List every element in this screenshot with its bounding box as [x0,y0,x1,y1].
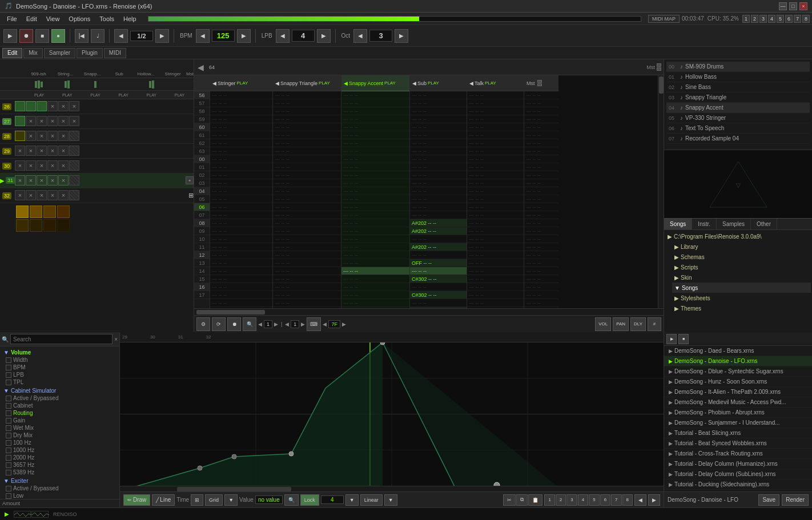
instr-item-05[interactable]: 05 ♪ VP-330 Stringer [666,113,810,123]
pe-cell-62[interactable]: --- -- -- [524,203,558,211]
pe-cell-04[interactable]: --- -- -- [467,251,524,259]
pe-cell-60[interactable]: --- -- -- [210,187,272,195]
pe-cell-00[interactable]: --- -- -- [467,219,524,227]
step-6[interactable]: 6 [600,494,610,506]
grid-btn[interactable]: Grid [205,494,223,506]
lpb-value[interactable]: 4 [292,30,315,42]
nav-paste[interactable]: 📋 [528,494,542,506]
loop-button[interactable]: ● [51,29,65,43]
prev-pat-btn[interactable]: ◀ [634,494,646,506]
pat-cell[interactable] [15,116,25,126]
oct-dec[interactable]: ◀ [353,29,367,43]
oct-value[interactable]: 3 [369,30,392,42]
pe-cell-08[interactable]: --- -- -- [341,283,409,291]
pe-cell-00[interactable]: --- -- -- [524,219,558,227]
pe-cell-09[interactable]: C#302 -- -- [410,291,467,299]
pat-cell[interactable] [69,101,79,111]
pe-cell-57[interactable]: --- -- -- [410,99,467,107]
pe-cell-61[interactable]: --- -- -- [524,195,558,203]
pe-cell-63[interactable]: --- -- -- [467,147,524,155]
pe-search-btn[interactable]: 🔍 [243,317,256,331]
pe-pan-btn[interactable]: PAN [613,317,629,331]
pat-cell[interactable] [69,190,79,200]
pat-cell[interactable] [15,131,25,141]
value-display[interactable]: no value [255,495,283,504]
prev-pattern[interactable]: ◀ [114,29,128,43]
pe-cell-60[interactable]: --- -- -- [467,187,524,195]
pat-cell[interactable] [26,190,36,200]
pe-cell-02[interactable]: --- -- -- [410,235,467,243]
instr-item-06[interactable]: 06 ♪ Text To Speech [666,123,810,134]
instr-item-03[interactable]: 03 ♪ Snappy Triangle [666,92,810,103]
pe-cell-63[interactable]: --- -- -- [273,147,341,155]
pe-cell-61[interactable]: --- -- -- [467,131,524,139]
pe-loop-btn[interactable]: ⟳ [212,317,226,331]
pe-cell-08[interactable]: --- -- -- [467,283,524,291]
pat-cell[interactable] [15,146,25,156]
step-7[interactable]: 7 [611,494,621,506]
pe-cell-60[interactable]: --- -- -- [410,123,467,131]
checkbox-bpm[interactable] [6,365,11,370]
pat-cell[interactable] [26,160,36,171]
pe-scrollbar-h[interactable] [194,308,664,315]
checkbox-width[interactable] [6,357,11,363]
checkbox-cabinet[interactable] [6,403,11,409]
param-section-exciter[interactable]: ▼ Exciter [1,476,118,485]
instr-item-02[interactable]: 02 ♪ Sine Bass [666,82,810,92]
tab-sampler[interactable]: Sampler [44,48,75,58]
pe-cell-02[interactable]: --- -- -- [210,235,272,243]
pe-cell-01[interactable]: --- -- -- [341,227,409,235]
pe-cell-60[interactable]: --- -- -- [410,187,467,195]
instr-item-07[interactable]: 07 ♪ Recorded Sample 04 [666,134,810,144]
param-1000hz[interactable]: 1000 Hz [1,446,118,454]
pe-cell-57[interactable]: --- -- -- [273,163,341,171]
pat-cell[interactable] [15,160,25,171]
menu-file[interactable]: File [2,14,22,23]
song-stop-btn[interactable]: ■ [678,334,689,344]
step-8[interactable]: 8 [622,494,633,506]
pe-cell-05[interactable]: --- -- -- [341,259,409,267]
param-routing[interactable]: Routing [1,409,118,417]
track-config-icon[interactable]: ⊞ [188,192,194,199]
pe-cell-56[interactable]: --- -- -- [210,91,272,99]
pe-cell-08[interactable]: --- -- -- [524,283,558,291]
param-2000hz[interactable]: 2000 Hz [1,454,118,461]
bpm-inc[interactable]: ▶ [237,29,251,43]
param-5389hz[interactable]: 5389 Hz [1,469,118,476]
play-button[interactable]: ▶ [3,29,17,43]
pat-cell[interactable] [69,146,79,156]
track-num-6[interactable]: 6 [785,15,793,23]
pe-cell-62[interactable]: --- -- -- [210,139,272,147]
pe-cell-62[interactable]: --- -- -- [467,203,524,211]
midi-map-button[interactable]: MIDI MAP [648,15,680,23]
pe-cell-01[interactable]: --- -- -- [467,227,524,235]
pe-cell-07[interactable]: --- -- -- [467,275,524,283]
pe-cell-58[interactable]: --- -- -- [341,171,409,179]
track-num-8[interactable]: 8 [802,15,810,23]
song-item-5[interactable]: ▶ DemoSong - Medievil Music - Access Pwd… [664,397,812,408]
pat-cell[interactable] [47,146,58,156]
stop-button[interactable]: ■ [35,29,49,43]
pe-cell-63[interactable]: --- -- -- [341,147,409,155]
pe-cell-57[interactable]: --- -- -- [524,163,558,171]
pe-cell-09[interactable]: --- -- -- [210,291,272,299]
value-search[interactable]: 🔍 [284,494,299,506]
pe-cell-10[interactable]: --- -- -- [524,299,558,307]
checkbox-lpb[interactable] [6,372,11,378]
pat-cell[interactable] [37,146,47,156]
pat-cell[interactable] [58,101,69,111]
song-item-0[interactable]: ▶ DemoSong - Daed - Bears.xrns [664,346,812,356]
pe-cell-60[interactable]: --- -- -- [273,187,341,195]
save-btn[interactable]: Save [758,494,779,506]
pe-cell-07[interactable]: --- -- -- [524,275,558,283]
pe-cell-58[interactable]: --- -- -- [410,171,467,179]
pe-cell-57[interactable]: --- -- -- [524,99,558,107]
pe-cell-05[interactable]: --- -- -- [210,259,272,267]
file-folder-stylesheets[interactable]: ▶ Stylesheets [672,293,811,303]
search-input[interactable] [10,334,112,344]
pat-cell[interactable] [47,116,58,126]
pe-cell-58[interactable]: --- -- -- [524,171,558,179]
pe-cell-06[interactable]: --- -- -- [273,267,341,275]
pe-cell-01[interactable]: --- -- -- [273,227,341,235]
pe-cell-63[interactable]: --- -- -- [467,211,524,219]
